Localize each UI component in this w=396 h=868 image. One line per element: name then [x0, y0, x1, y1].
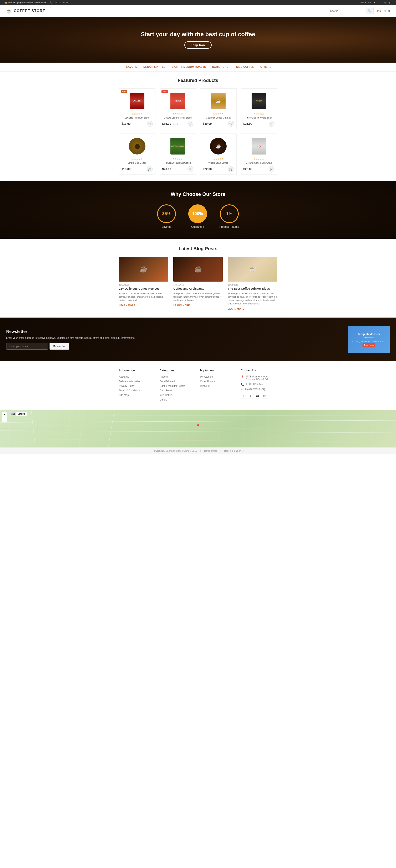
search-button[interactable]: 🔍	[366, 8, 373, 14]
footer-report-link[interactable]: Report a map error	[224, 450, 244, 452]
cat-decaffeinated[interactable]: DECAFFEINATED	[143, 65, 166, 68]
footer-terms-link[interactable]: Terms of Use	[204, 450, 217, 452]
cart-icon: 🛒	[383, 9, 388, 13]
svg-line-2	[31, 410, 35, 447]
learn-more-3[interactable]: LEARN MORE	[228, 308, 244, 310]
product-badge-1: New	[121, 90, 128, 93]
learn-more-2[interactable]: LEARN MORE	[173, 304, 190, 307]
stat-label-savings: Savings	[162, 225, 171, 228]
wishlist-count: 0	[379, 9, 381, 12]
footer-privacy[interactable]: Privacy Policy	[119, 384, 135, 388]
products-grid-row2: ★★★★★ Single-Cup Coffee $18.00 🛒 ★★★★★ H…	[119, 133, 277, 175]
footer-facebook[interactable]: f	[241, 393, 246, 398]
product-price-row-4: $21.00 🛒	[244, 121, 275, 127]
contact-email: ✉ info@demolink.org	[241, 388, 277, 391]
cat-flavors[interactable]: FLAVORS	[125, 65, 137, 68]
footer-googleplus[interactable]: g+	[262, 393, 267, 398]
instagram-icon[interactable]: 📷	[384, 1, 387, 4]
footer-my-account[interactable]: My Account	[200, 375, 213, 378]
cat-iced-coffee[interactable]: ICED COFFEE	[236, 65, 254, 68]
product-card-2: Sale ★★★★★ Douwe Egberts Filter Blend $8…	[160, 88, 196, 129]
add-to-cart-7[interactable]: 🛒	[228, 166, 234, 172]
footer-cat-dark[interactable]: Dark Roast	[160, 389, 172, 392]
map-zoom-out[interactable]: −	[2, 417, 7, 422]
phone-icon: 📞	[50, 1, 53, 4]
hero-cta-button[interactable]: Shop Now	[185, 41, 212, 49]
svg-line-4	[108, 410, 114, 447]
footer-instagram[interactable]: 📷	[255, 393, 260, 398]
product-stars-3: ★★★★★	[203, 113, 234, 115]
truck-icon: 🚚	[4, 1, 7, 4]
svg-line-0	[0, 420, 396, 422]
blog-grid: ☕ 11/02/2016 25+ Delicious Coffee Recipe…	[119, 257, 277, 310]
add-to-cart-3[interactable]: 🛒	[228, 121, 234, 127]
footer-cat-iced[interactable]: Iced Coffee	[160, 394, 172, 397]
product-price-4: $21.00	[244, 122, 252, 125]
wishlist-button[interactable]: ♥ 0	[377, 9, 381, 13]
map-zoom-in[interactable]: +	[2, 412, 7, 417]
svg-line-5	[0, 415, 396, 416]
footer-separator-1: |	[200, 450, 201, 452]
blog-title: Latest Blog Posts	[6, 246, 390, 251]
learn-more-1[interactable]: LEARN MORE	[119, 304, 136, 307]
tm-shop-btn[interactable]: Shop Now	[363, 344, 375, 346]
footer-terms[interactable]: Terms & Conditions	[119, 389, 141, 392]
products-grid-row1: New ★★★★★ Lavazza Premium Blend $13.00 🛒…	[119, 88, 277, 129]
facebook-icon[interactable]: f	[377, 1, 378, 4]
cart-count: 0	[388, 9, 390, 12]
googleplus-icon[interactable]: g+	[389, 1, 392, 4]
footer-cat-others[interactable]: Others	[160, 398, 167, 401]
add-to-cart-8[interactable]: 🛒	[268, 166, 275, 172]
blog-img-1: ☕	[119, 257, 168, 282]
map-type-satellite[interactable]: Satellite	[16, 412, 27, 416]
logo[interactable]: ☕ COFFEE STORE	[6, 8, 45, 14]
top-bar: 🚚 Free shipping on all orders over $300 …	[0, 0, 396, 5]
twitter-icon[interactable]: t	[380, 1, 381, 4]
list-item: Iced Coffee	[160, 394, 196, 397]
footer-cat-flavors[interactable]: Flavors	[160, 375, 168, 378]
language-selector[interactable]: EN ▾	[361, 1, 366, 4]
newsletter-email-input[interactable]	[6, 343, 48, 349]
list-item: Light & Medium Roasts	[160, 384, 196, 388]
add-to-cart-1[interactable]: 🛒	[147, 121, 153, 127]
add-to-cart-2[interactable]: 🛒	[188, 121, 193, 127]
footer-social: f t 📷 g+	[241, 393, 277, 398]
cat-others[interactable]: OTHERS	[260, 65, 271, 68]
footer-delivery[interactable]: Delivery Information	[119, 380, 141, 383]
footer-sitemap[interactable]: Site Map	[119, 394, 129, 397]
add-to-cart-6[interactable]: 🛒	[188, 166, 193, 172]
contact-phone: 📞 1-800-1234-567	[241, 383, 277, 386]
stat-value-returns: 1%	[226, 211, 232, 216]
footer-cat-light[interactable]: Light & Medium Roasts	[160, 384, 186, 388]
cart-button[interactable]: 🛒 0	[383, 9, 390, 13]
product-img-douwe	[170, 93, 185, 110]
list-item: My Account	[200, 375, 236, 378]
blog-img-3: ☕	[228, 257, 277, 282]
add-to-cart-4[interactable]: 🛒	[268, 121, 275, 127]
newsletter-subscribe-button[interactable]: Subscribe	[50, 343, 69, 349]
footer-cat-decaf[interactable]: Decaffeinated	[160, 380, 175, 383]
product-stars-8: ★★★★★	[244, 158, 275, 160]
add-to-cart-5[interactable]: 🛒	[147, 166, 153, 172]
map-type-map[interactable]: Map	[9, 412, 16, 416]
product-price-old-2: $00.00	[173, 123, 179, 125]
product-stars-6: ★★★★★	[162, 158, 193, 160]
product-img-lavazza	[130, 93, 144, 110]
svg-line-3	[62, 410, 73, 447]
currency-selector[interactable]: USD ▾	[368, 1, 375, 4]
cat-dark-roast[interactable]: DARK ROAST	[212, 65, 230, 68]
footer-wish-list[interactable]: Wish List	[200, 384, 210, 388]
search-input[interactable]	[328, 8, 366, 14]
footer-about[interactable]: About Us	[119, 375, 129, 378]
why-section: Why Choose Our Store 35% Savings 100% Gu…	[0, 181, 396, 239]
product-img-5	[122, 136, 153, 156]
product-price-6: $20.00	[162, 167, 171, 171]
logo-icon: ☕	[6, 8, 12, 14]
cat-light-medium[interactable]: LIGHT & MEDIUM ROASTS	[172, 65, 206, 68]
heart-icon: ♥	[377, 9, 379, 13]
footer-order-history[interactable]: Order History	[200, 380, 215, 383]
featured-section: Featured Products New ★★★★★ Lavazza Prem…	[0, 71, 396, 181]
search-box: 🔍	[328, 8, 373, 14]
footer-twitter[interactable]: t	[248, 393, 253, 398]
footer-cat-list: Flavors Decaffeinated Light & Medium Roa…	[160, 375, 196, 401]
